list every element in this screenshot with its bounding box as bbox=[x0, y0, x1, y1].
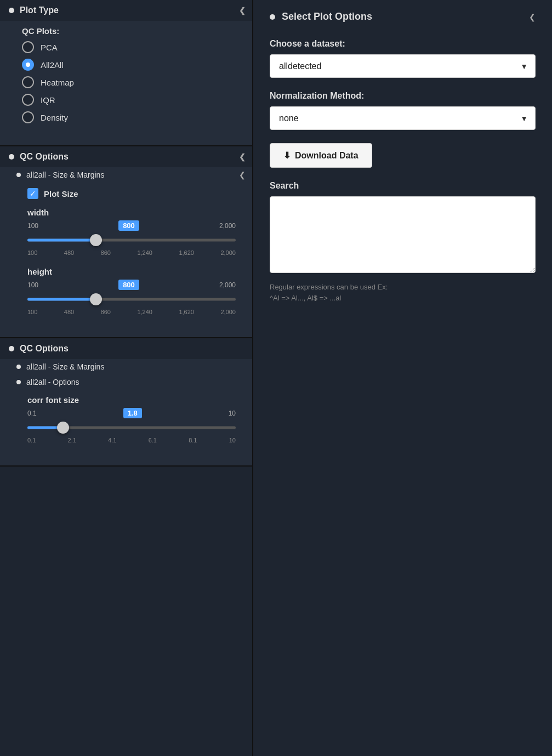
normalization-select-wrapper: none log2 log10 zscore ▼ bbox=[270, 106, 536, 130]
corr-font-header: 0.1 1.8 10 bbox=[27, 408, 236, 418]
dataset-select[interactable]: alldetected detected all bbox=[270, 54, 536, 78]
collapse-icon[interactable]: ❮ bbox=[239, 6, 246, 15]
height-slider-knob[interactable] bbox=[90, 293, 102, 305]
qc-options-1-title: QC Options bbox=[20, 152, 69, 162]
plot-size-label: Plot Size bbox=[44, 189, 78, 198]
radio-density-label: Density bbox=[41, 113, 68, 122]
width-slider-header: 100 800 2,000 bbox=[27, 220, 236, 231]
radio-density[interactable]: Density bbox=[22, 111, 236, 123]
dataset-select-wrapper: alldetected detected all ▼ bbox=[270, 54, 536, 78]
plot-size-checkbox[interactable] bbox=[27, 188, 38, 199]
height-value-badge: 800 bbox=[118, 280, 139, 290]
right-collapse-icon[interactable]: ❮ bbox=[529, 13, 536, 21]
height-slider-group: height 100 800 2,000 100 480 860 1,240 bbox=[27, 267, 236, 315]
width-slider-title: width bbox=[27, 208, 236, 217]
corr-font-title: corr font size bbox=[27, 395, 236, 405]
radio-all2all-input[interactable] bbox=[22, 59, 34, 71]
sub-header-size-margins: all2all - Size & Margins ❮ bbox=[0, 167, 252, 183]
sub-header-2b: all2all - Options bbox=[0, 374, 252, 390]
qc-options-2-title: QC Options bbox=[20, 344, 69, 354]
width-slider-knob[interactable] bbox=[90, 234, 102, 246]
sub-header-2a-label: all2all - Size & Margins bbox=[26, 362, 104, 371]
normalization-select[interactable]: none log2 log10 zscore bbox=[270, 106, 536, 130]
qc-options-1-header: QC Options ❮ bbox=[0, 146, 252, 167]
options-content-1: Plot Size width 100 800 2,000 100 bbox=[0, 183, 252, 337]
dataset-label: Choose a dataset: bbox=[270, 39, 536, 49]
width-slider-ticks: 100 480 860 1,240 1,620 2,000 bbox=[27, 249, 236, 256]
height-slider-visual bbox=[27, 292, 236, 306]
plot-size-row: Plot Size bbox=[27, 188, 236, 199]
plot-type-section: Plot Type ❮ QC Plots: PCA All2All Heatma… bbox=[0, 0, 252, 146]
corr-slider-visual bbox=[27, 420, 236, 435]
section-dot-3 bbox=[9, 346, 14, 351]
radio-iqr-label: IQR bbox=[41, 95, 55, 105]
sub-collapse-icon[interactable]: ❮ bbox=[239, 170, 246, 179]
plot-type-title: Plot Type bbox=[20, 5, 59, 15]
normalization-label: Normalization Method: bbox=[270, 91, 536, 101]
search-label: Search bbox=[270, 181, 536, 191]
download-label: Download Data bbox=[295, 151, 358, 161]
sub-header-label: all2all - Size & Margins bbox=[26, 170, 104, 179]
width-slider-group: width 100 800 2,000 100 480 860 1,240 bbox=[27, 208, 236, 256]
corr-value-badge: 1.8 bbox=[123, 408, 142, 418]
right-panel-header: Select Plot Options ❮ bbox=[270, 11, 536, 28]
height-slider-title: height bbox=[27, 267, 236, 276]
collapse-icon-2[interactable]: ❮ bbox=[239, 152, 246, 161]
width-max-label: 2,000 bbox=[219, 222, 236, 230]
right-panel: Select Plot Options ❮ Choose a dataset: … bbox=[252, 0, 552, 756]
search-textarea[interactable] bbox=[270, 196, 536, 273]
sub-dot bbox=[16, 173, 21, 177]
radio-pca[interactable]: PCA bbox=[22, 41, 236, 53]
section-dot-2 bbox=[9, 154, 14, 160]
radio-all2all-label: All2All bbox=[41, 60, 64, 70]
radio-pca-label: PCA bbox=[41, 43, 58, 52]
width-slider-visual bbox=[27, 233, 236, 247]
corr-slider-ticks: 0.1 2.1 4.1 6.1 8.1 10 bbox=[27, 437, 236, 444]
radio-pca-input[interactable] bbox=[22, 41, 34, 53]
radio-iqr[interactable]: IQR bbox=[22, 94, 236, 106]
radio-heatmap-input[interactable] bbox=[22, 76, 34, 88]
width-value-badge: 800 bbox=[118, 220, 139, 231]
sub-dot-2a bbox=[16, 365, 21, 369]
corr-min-label: 0.1 bbox=[27, 410, 37, 417]
radio-iqr-input[interactable] bbox=[22, 94, 34, 106]
width-min-label: 100 bbox=[27, 222, 38, 230]
right-panel-title: Select Plot Options bbox=[282, 11, 372, 22]
width-slider-bar bbox=[27, 239, 236, 242]
sub-header-2a: all2all - Size & Margins bbox=[0, 359, 252, 374]
radio-density-input[interactable] bbox=[22, 111, 34, 123]
download-button[interactable]: ⬇ Download Data bbox=[270, 143, 372, 168]
height-slider-ticks: 100 480 860 1,240 1,620 2,000 bbox=[27, 309, 236, 315]
right-panel-dot bbox=[270, 14, 275, 20]
height-slider-bar bbox=[27, 298, 236, 301]
height-max-label: 2,000 bbox=[219, 281, 236, 289]
download-icon: ⬇ bbox=[283, 150, 291, 161]
qc-options-section-2: QC Options all2all - Size & Margins all2… bbox=[0, 338, 252, 467]
height-slider-fill bbox=[27, 298, 96, 301]
qc-options-2-header: QC Options bbox=[0, 338, 252, 359]
width-slider-fill bbox=[27, 239, 96, 242]
corr-max-label: 10 bbox=[229, 410, 236, 417]
search-hint: Regular expressions can be used Ex:^Al =… bbox=[270, 282, 536, 303]
plot-type-header: Plot Type ❮ bbox=[0, 0, 252, 21]
qc-plots-label: QC Plots: bbox=[22, 26, 236, 36]
corr-font-slider-group: corr font size 0.1 1.8 10 0.1 2.1 4.1 6 bbox=[27, 395, 236, 444]
options-content-2: corr font size 0.1 1.8 10 0.1 2.1 4.1 6 bbox=[0, 390, 252, 465]
sub-dot-2b bbox=[16, 380, 21, 384]
sub-header-2b-label: all2all - Options bbox=[26, 378, 79, 386]
radio-all2all[interactable]: All2All bbox=[22, 59, 236, 71]
plot-type-content: QC Plots: PCA All2All Heatmap IQR Densit… bbox=[0, 21, 252, 134]
height-slider-header: 100 800 2,000 bbox=[27, 280, 236, 290]
qc-options-section-1: QC Options ❮ all2all - Size & Margins ❮ … bbox=[0, 146, 252, 338]
section-dot bbox=[9, 8, 14, 13]
radio-heatmap[interactable]: Heatmap bbox=[22, 76, 236, 88]
height-min-label: 100 bbox=[27, 281, 38, 289]
radio-heatmap-label: Heatmap bbox=[41, 78, 74, 87]
corr-slider-knob[interactable] bbox=[57, 422, 69, 434]
